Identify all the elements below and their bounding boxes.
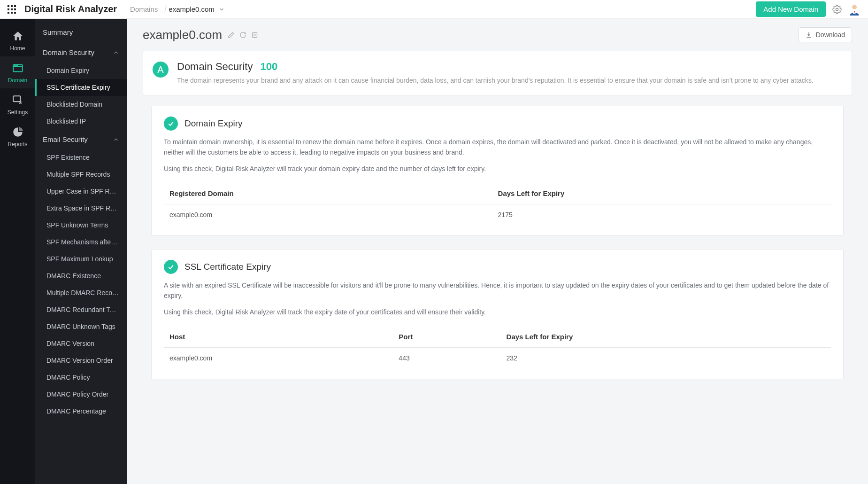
reports-icon	[12, 126, 24, 138]
chevron-down-icon	[218, 6, 225, 13]
apps-grid-icon[interactable]	[8, 5, 16, 14]
sidebar-item[interactable]: DMARC Unknown Tags	[35, 318, 127, 335]
sidebar-item-ssl-cert-expiry[interactable]: SSL Certificate Expiry	[35, 79, 127, 96]
sidebar-group-label: Email Security	[43, 135, 88, 143]
table-cell: 443	[393, 348, 500, 369]
avatar[interactable]	[848, 3, 860, 16]
sidebar-item[interactable]: DMARC Version Order	[35, 352, 127, 369]
download-icon	[806, 31, 812, 38]
check-description: Using this check, Digital Risk Analyzer …	[164, 307, 831, 318]
rail-item-reports[interactable]: Reports	[0, 120, 35, 152]
chevron-up-icon	[113, 49, 119, 56]
check-table: Registered DomainDays Left for Expiryexa…	[164, 183, 831, 225]
summary-description: The domain represents your brand and any…	[177, 76, 814, 86]
sidebar-item[interactable]: DMARC Existence	[35, 267, 127, 284]
add-domain-button[interactable]: Add New Domain	[756, 1, 826, 17]
sidebar-item-blocklisted-domain[interactable]: Blocklisted Domain	[35, 96, 127, 113]
table-cell: 2175	[492, 204, 831, 226]
svg-rect-8	[13, 96, 20, 101]
domain-selector[interactable]: example0.com	[169, 5, 225, 13]
home-icon	[12, 30, 24, 42]
check-success-icon	[164, 260, 178, 274]
table-cell: 232	[501, 348, 831, 369]
table-header: Host	[164, 326, 393, 348]
table-header: Registered Domain	[164, 183, 492, 204]
summary-card: A Domain Security 100 The domain represe…	[143, 51, 852, 95]
table-header: Days Left for Expiry	[492, 183, 831, 204]
sidebar-item[interactable]: DMARC Policy Order	[35, 386, 127, 403]
rail-item-home[interactable]: Home	[0, 24, 35, 56]
sidebar-item[interactable]: SPF Mechanisms after "all"	[35, 234, 127, 250]
sidebar-item-blocklisted-ip[interactable]: Blocklisted IP	[35, 113, 127, 130]
sidebar-item[interactable]: DMARC Percentage	[35, 403, 127, 420]
table-cell: example0.com	[164, 348, 393, 369]
list-icon[interactable]	[251, 31, 258, 39]
domain-selector-label: example0.com	[169, 5, 215, 13]
sidebar-item[interactable]: SPF Unknown Terms	[35, 217, 127, 234]
sidebar-item[interactable]: DMARC Redundant Tags	[35, 301, 127, 318]
breadcrumb-separator: /	[164, 4, 167, 14]
breadcrumb[interactable]: Domains	[130, 5, 158, 13]
table-cell: example0.com	[164, 204, 492, 226]
table-row: example0.com443232	[164, 348, 831, 369]
sidebar-group-email-security[interactable]: Email Security	[35, 130, 127, 149]
download-label: Download	[816, 31, 845, 39]
main-content: example0.com Download A	[127, 19, 868, 484]
check-card: Domain ExpiryTo maintain domain ownershi…	[151, 106, 844, 236]
sidebar-item[interactable]: SPF Maximum Lookup	[35, 250, 127, 267]
sidebar-item[interactable]: DMARC Policy	[35, 369, 127, 386]
rail-label: Domain	[8, 77, 27, 84]
page-header: example0.com Download	[143, 27, 852, 42]
check-description: Using this check, Digital Risk Analyzer …	[164, 164, 831, 174]
sidebar-item[interactable]: Multiple DMARC Records	[35, 284, 127, 301]
grade-badge: A	[153, 62, 169, 78]
refresh-icon[interactable]	[239, 31, 246, 39]
svg-point-6	[15, 65, 16, 66]
sidebar-summary[interactable]: Summary	[35, 19, 127, 43]
table-header: Days Left for Expiry	[501, 326, 831, 348]
app-title: Digital Risk Analyzer	[24, 4, 117, 15]
rail-label: Reports	[8, 141, 27, 148]
rail-item-settings[interactable]: Settings	[0, 88, 35, 120]
sidebar-item-domain-expiry[interactable]: Domain Expiry	[35, 62, 127, 79]
summary-heading: Domain Security 100	[177, 61, 814, 73]
table-row: example0.com2175	[164, 204, 831, 226]
check-card: SSL Certificate ExpiryA site with an exp…	[151, 249, 844, 379]
check-description: To maintain domain ownership, it is esse…	[164, 137, 831, 157]
sidebar-item[interactable]: Multiple SPF Records	[35, 166, 127, 183]
svg-point-1	[852, 5, 857, 9]
sidebar: Summary Domain Security Domain Expiry SS…	[35, 19, 127, 484]
svg-point-7	[17, 65, 17, 66]
topbar: Digital Risk Analyzer Domains / example0…	[0, 0, 868, 19]
sidebar-item[interactable]: Extra Space in SPF Record	[35, 200, 127, 217]
rail-label: Settings	[8, 109, 28, 116]
check-description: A site with an expired SSL Certificate w…	[164, 281, 831, 301]
svg-point-5	[14, 65, 15, 66]
sidebar-item[interactable]: Upper Case in SPF Recor...	[35, 183, 127, 200]
rail-label: Home	[10, 45, 25, 52]
gear-icon[interactable]	[832, 5, 842, 14]
svg-point-0	[836, 8, 838, 10]
domain-icon	[12, 62, 24, 74]
check-title: Domain Expiry	[184, 118, 243, 129]
chevron-up-icon	[113, 136, 119, 143]
summary-score: 100	[261, 61, 278, 72]
check-table: HostPortDays Left for Expiryexample0.com…	[164, 326, 831, 368]
page-title: example0.com	[143, 28, 222, 42]
download-button[interactable]: Download	[799, 27, 852, 42]
sidebar-item[interactable]: SPF Existence	[35, 149, 127, 166]
rail-item-domain[interactable]: Domain	[0, 56, 35, 88]
settings-icon	[12, 94, 24, 106]
check-title: SSL Certificate Expiry	[184, 262, 271, 272]
sidebar-group-domain-security[interactable]: Domain Security	[35, 43, 127, 62]
edit-icon[interactable]	[228, 31, 235, 39]
check-success-icon	[164, 117, 178, 131]
sidebar-group-label: Domain Security	[43, 48, 94, 56]
nav-rail: Home Domain Settings Reports	[0, 19, 35, 484]
sidebar-item[interactable]: DMARC Version	[35, 335, 127, 352]
table-header: Port	[393, 326, 500, 348]
